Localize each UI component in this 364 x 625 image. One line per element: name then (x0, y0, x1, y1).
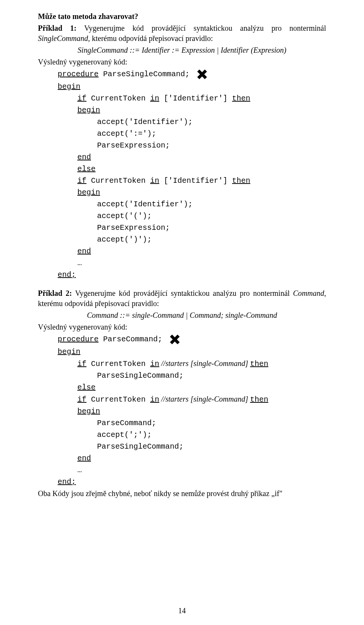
code-line: accept('('); (38, 211, 326, 221)
code-line: ParseSingleCommand; (38, 371, 326, 381)
code-text: ['Identifier'] (159, 94, 232, 103)
code-line: begin (38, 105, 326, 115)
keyword: in (150, 360, 159, 368)
code-line: … (38, 465, 326, 475)
spacer (38, 281, 326, 288)
cross-icon (169, 334, 180, 345)
comment: //starters [single-Command] (159, 359, 250, 367)
example-2-result-label: Výsledný vygenerovaný kód: (38, 322, 326, 332)
code-line: begin (38, 347, 326, 357)
keyword: if (77, 94, 86, 103)
keyword: in (150, 395, 159, 404)
example-1-grammar: SingleCommand ::= Identifier := Expressi… (38, 45, 326, 55)
example-1-nonterminal: SingleCommand (38, 34, 88, 42)
example-1-intro: Příklad 1: Vygenerujme kód provádějící s… (38, 23, 326, 44)
code-line: accept(':='); (38, 129, 326, 139)
example-2-nonterminal: Command (293, 289, 324, 297)
code-line: end; (38, 477, 326, 487)
code-line: accept('Identifier'); (38, 117, 326, 127)
code-text: CurrentToken (86, 176, 150, 185)
code-line: procedure ParseSingleCommand; (38, 69, 326, 80)
comment: //starters [single-Command] (159, 395, 250, 403)
code-line: end (38, 246, 326, 256)
keyword: if (77, 395, 86, 404)
example-2-intro: Příklad 2: Vygenerujme kód provádějící s… (38, 288, 326, 309)
code-line: end (38, 453, 326, 463)
code-line: accept(';'); (38, 430, 326, 440)
keyword: procedure (58, 335, 99, 344)
code-line: else (38, 382, 326, 393)
keyword: then (250, 395, 268, 404)
keyword: procedure (58, 70, 99, 79)
code-line: if CurrentToken in ['Identifier'] then (38, 93, 326, 104)
keyword: then (232, 176, 250, 185)
keyword: in (150, 176, 159, 185)
code-line: begin (38, 82, 326, 92)
keyword: if (77, 176, 86, 185)
code-line: begin (38, 406, 326, 416)
example-1-text-a: Vygenerujme kód provádějící syntaktickou… (77, 24, 326, 32)
code-line: … (38, 258, 326, 268)
code-text: CurrentToken (86, 395, 150, 404)
code-line: if CurrentToken in //starters [single-Co… (38, 358, 326, 369)
keyword: then (250, 360, 268, 368)
code-line: accept('Identifier'); (38, 199, 326, 209)
code-line: if CurrentToken in ['Identifier'] then (38, 176, 326, 186)
code-text: ParseSingleCommand; (99, 70, 190, 79)
code-line: begin (38, 187, 326, 198)
code-text: CurrentToken (86, 360, 150, 368)
example-2-text-a: Vygenerujme kód provádějící syntaktickou… (72, 289, 293, 297)
page-number: 14 (0, 606, 364, 616)
code-line: procedure ParseCommand; (38, 334, 326, 345)
code-line: ParseExpression; (38, 140, 326, 151)
code-line: ParseCommand; (38, 418, 326, 428)
code-text: ['Identifier'] (159, 176, 232, 185)
conclusion: Oba Kódy jsou zřejmě chybné, neboť nikdy… (38, 488, 326, 499)
code-line: accept(')'); (38, 234, 326, 245)
keyword: if (77, 360, 86, 368)
example-2-label: Příklad 2: (38, 289, 72, 297)
keyword: then (232, 94, 250, 103)
code-line: if CurrentToken in //starters [single-Co… (38, 394, 326, 405)
code-line: else (38, 164, 326, 174)
example-1-result-label: Výsledný vygenerovaný kód: (38, 57, 326, 67)
code-line: end; (38, 270, 326, 280)
code-line: ParseExpression; (38, 223, 326, 233)
example-1-text-b: , kterému odpovídá přepisovací pravidlo: (88, 34, 213, 42)
example-2-grammar: Command ::= single-Command | Command; si… (38, 310, 326, 320)
cross-icon (196, 69, 208, 80)
heading: Může tato metoda zhavarovat? (38, 11, 326, 22)
code-text: ParseCommand; (99, 335, 162, 344)
code-line: end (38, 152, 326, 162)
code-text: CurrentToken (86, 94, 150, 103)
code-line: ParseSingleCommand; (38, 441, 326, 452)
keyword: in (150, 94, 159, 103)
document-page: Může tato metoda zhavarovat? Příklad 1: … (0, 0, 364, 625)
example-1-label: Příklad 1: (38, 24, 77, 32)
